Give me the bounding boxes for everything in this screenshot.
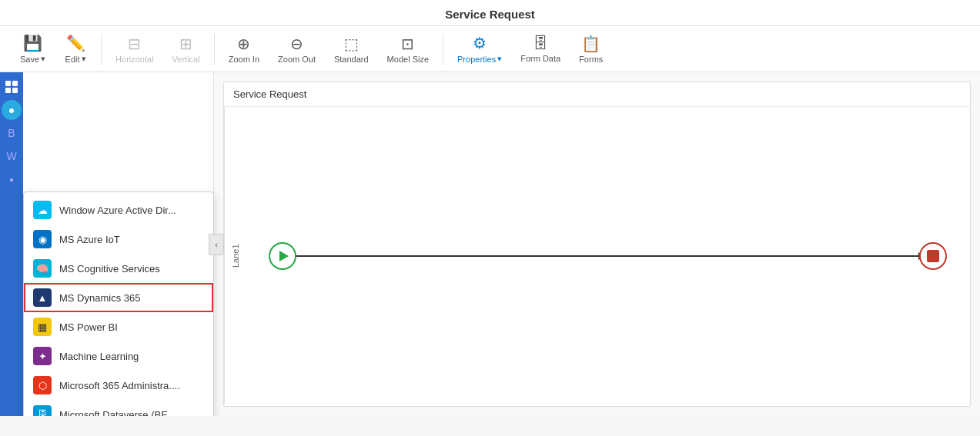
divider-2 bbox=[214, 34, 215, 65]
item-icon-azure-active-dir: ☁ bbox=[33, 201, 52, 219]
item-label-ms-dynamics-365: MS Dynamics 365 bbox=[59, 292, 140, 304]
item-label-ms-dataverse: Microsoft Dataverse (BE... bbox=[59, 409, 176, 417]
nav-icon-2[interactable]: B bbox=[2, 123, 22, 143]
app-header: Service Request bbox=[0, 0, 980, 26]
save-chevron-icon: ▾ bbox=[41, 54, 45, 64]
svg-rect-1 bbox=[12, 81, 18, 86]
forms-button[interactable]: 📋 Forms bbox=[571, 32, 610, 67]
item-label-azure-active-dir: Window Azure Active Dir... bbox=[59, 205, 176, 216]
end-event[interactable] bbox=[919, 242, 947, 270]
svg-rect-2 bbox=[5, 88, 11, 93]
item-icon-ms-azure-iot: ◉ bbox=[33, 230, 52, 248]
item-label-machine-learning: Machine Learning bbox=[59, 351, 139, 362]
properties-icon: ⚙ bbox=[473, 34, 487, 52]
svg-rect-3 bbox=[12, 88, 18, 93]
nav-circle-icon[interactable]: ● bbox=[2, 100, 22, 120]
standard-button[interactable]: ⬚ Standard bbox=[326, 32, 376, 67]
lane-content[interactable] bbox=[246, 107, 970, 404]
vertical-icon: ⊞ bbox=[179, 35, 192, 53]
zoom-in-icon: ⊕ bbox=[237, 35, 250, 53]
zoom-in-button[interactable]: ⊕ Zoom In bbox=[221, 32, 267, 67]
start-event[interactable] bbox=[269, 242, 296, 270]
dropdown-panel: ☁ Window Azure Active Dir... ◉ MS Azure … bbox=[23, 191, 214, 416]
form-data-icon: 🗄 bbox=[533, 35, 548, 52]
canvas-container: Service Request Lane1 bbox=[223, 82, 971, 407]
dropdown-item-ms-dynamics-365[interactable]: ▲ MS Dynamics 365 bbox=[24, 283, 213, 312]
lane-label: Lane1 bbox=[224, 107, 246, 404]
nav-icon-3[interactable]: W bbox=[2, 146, 22, 166]
dropdown-scroll[interactable]: ☁ Window Azure Active Dir... ◉ MS Azure … bbox=[24, 195, 213, 416]
item-icon-ms-cognitive: 🧠 bbox=[33, 259, 52, 278]
left-nav: ● B W ● bbox=[0, 72, 23, 416]
edit-icon: ✏️ bbox=[66, 34, 85, 52]
item-label-ms-azure-iot: MS Azure IoT bbox=[59, 234, 120, 245]
nav-icon-4[interactable]: ● bbox=[2, 169, 22, 189]
model-size-icon: ⊡ bbox=[401, 35, 414, 53]
dropdown-item-ms-cognitive[interactable]: 🧠 MS Cognitive Services bbox=[24, 254, 213, 283]
model-size-button[interactable]: ⊡ Model Size bbox=[380, 32, 436, 67]
dropdown-item-machine-learning[interactable]: ✦ Machine Learning bbox=[24, 341, 213, 371]
zoom-out-button[interactable]: ⊖ Zoom Out bbox=[270, 32, 323, 67]
save-button[interactable]: 💾 Save ▾ bbox=[12, 31, 53, 67]
horizontal-button[interactable]: ⊟ Horizontal bbox=[108, 32, 162, 67]
save-icon: 💾 bbox=[23, 34, 42, 52]
item-icon-ms-power-bi: ▦ bbox=[33, 318, 52, 336]
horizontal-icon: ⊟ bbox=[128, 35, 141, 53]
edit-chevron-icon: ▾ bbox=[82, 54, 86, 64]
item-label-ms-power-bi: MS Power BI bbox=[59, 321, 118, 333]
item-icon-machine-learning: ✦ bbox=[33, 347, 52, 365]
nav-grid-icon[interactable] bbox=[2, 77, 22, 97]
edit-button[interactable]: ✏️ Edit ▾ bbox=[56, 31, 95, 67]
dropdown-item-azure-active-dir[interactable]: ☁ Window Azure Active Dir... bbox=[24, 195, 213, 225]
svg-rect-0 bbox=[5, 81, 11, 86]
vertical-button[interactable]: ⊞ Vertical bbox=[165, 32, 208, 67]
dropdown-item-ms-365-admin[interactable]: ⬡ Microsoft 365 Administra.... bbox=[24, 371, 213, 400]
main-layout: ● B W ● ☁ Window Azure Active Dir... ◉ M… bbox=[0, 72, 980, 416]
canvas-body: Lane1 bbox=[224, 107, 970, 404]
properties-chevron-icon: ▾ bbox=[497, 54, 502, 64]
canvas-title: Service Request bbox=[224, 82, 970, 107]
forms-icon: 📋 bbox=[581, 35, 600, 53]
form-data-button[interactable]: 🗄 Form Data bbox=[513, 32, 568, 66]
item-icon-ms-dynamics-365: ▲ bbox=[33, 288, 52, 307]
page-title: Service Request bbox=[445, 8, 535, 21]
item-label-ms-cognitive: MS Cognitive Services bbox=[59, 263, 160, 275]
zoom-out-icon: ⊖ bbox=[290, 35, 303, 53]
side-panel: ☁ Window Azure Active Dir... ◉ MS Azure … bbox=[23, 72, 214, 416]
collapse-panel-button[interactable]: ‹ bbox=[209, 234, 224, 255]
end-event-square bbox=[927, 250, 939, 262]
dropdown-item-ms-power-bi[interactable]: ▦ MS Power BI bbox=[24, 312, 213, 341]
item-label-ms-365-admin: Microsoft 365 Administra.... bbox=[59, 380, 180, 391]
item-icon-ms-dataverse: 🗄 bbox=[33, 405, 52, 416]
divider-3 bbox=[443, 34, 443, 65]
flow-line bbox=[292, 255, 924, 257]
dropdown-item-ms-dataverse[interactable]: 🗄 Microsoft Dataverse (BE... bbox=[24, 400, 213, 416]
standard-icon: ⬚ bbox=[344, 35, 359, 53]
item-icon-ms-365-admin: ⬡ bbox=[33, 376, 52, 394]
dropdown-item-ms-azure-iot[interactable]: ◉ MS Azure IoT bbox=[24, 225, 213, 254]
canvas-area: Service Request Lane1 bbox=[214, 72, 980, 416]
divider-1 bbox=[101, 34, 102, 65]
properties-button[interactable]: ⚙ Properties ▾ bbox=[450, 31, 510, 67]
toolbar: 💾 Save ▾ ✏️ Edit ▾ ⊟ Horizontal ⊞ Vertic… bbox=[0, 26, 980, 72]
